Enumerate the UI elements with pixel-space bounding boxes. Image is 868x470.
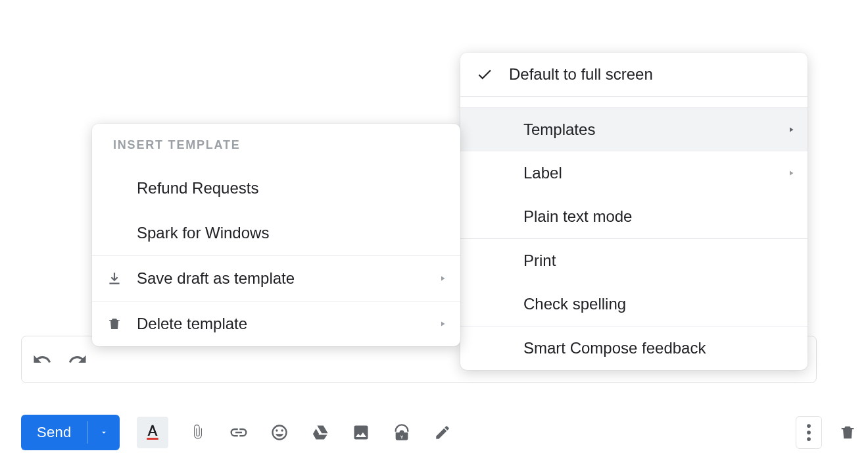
menu-label: Default to full screen bbox=[509, 65, 808, 84]
svg-point-4 bbox=[807, 437, 811, 441]
menu-label: Check spelling bbox=[460, 295, 808, 313]
trash-icon bbox=[838, 423, 857, 442]
compose-toolbar: Send bbox=[21, 412, 859, 453]
compose-toolbar-right bbox=[796, 416, 859, 449]
submenu-label: Save draft as template bbox=[137, 269, 425, 288]
menu-label: Label bbox=[460, 164, 775, 182]
compose-more-button[interactable] bbox=[796, 416, 822, 449]
trash-icon bbox=[92, 316, 137, 332]
svg-point-2 bbox=[807, 424, 811, 428]
check-icon bbox=[460, 66, 509, 83]
menu-plain-text[interactable]: Plain text mode bbox=[460, 195, 808, 238]
menu-print[interactable]: Print bbox=[460, 239, 808, 282]
svg-rect-0 bbox=[147, 438, 158, 440]
menu-label: Smart Compose feedback bbox=[460, 339, 808, 357]
text-format-icon[interactable] bbox=[137, 417, 168, 448]
pen-icon[interactable] bbox=[431, 421, 454, 444]
link-icon[interactable] bbox=[228, 421, 250, 444]
submenu-arrow-icon bbox=[425, 320, 460, 328]
menu-check-spelling[interactable]: Check spelling bbox=[460, 282, 808, 326]
more-vertical-icon bbox=[806, 423, 811, 442]
caret-down-icon bbox=[99, 428, 108, 437]
send-button[interactable]: Send bbox=[21, 415, 120, 450]
redo-icon[interactable] bbox=[66, 348, 89, 371]
template-label: Spark for Windows bbox=[92, 224, 460, 242]
undo-icon[interactable] bbox=[31, 348, 53, 371]
drive-icon[interactable] bbox=[309, 421, 331, 444]
send-label: Send bbox=[37, 424, 72, 441]
compose-more-menu: Default to full screen Templates Label P… bbox=[460, 53, 808, 370]
download-icon bbox=[92, 270, 137, 287]
menu-default-full-screen[interactable]: Default to full screen bbox=[460, 53, 808, 96]
template-item[interactable]: Spark for Windows bbox=[92, 211, 460, 255]
submenu-label: Delete template bbox=[137, 315, 425, 333]
attach-icon[interactable] bbox=[187, 421, 209, 444]
emoji-icon[interactable] bbox=[268, 421, 291, 444]
image-icon[interactable] bbox=[350, 421, 372, 444]
menu-label-item[interactable]: Label bbox=[460, 151, 808, 195]
menu-label: Plain text mode bbox=[460, 207, 808, 226]
submenu-arrow-icon bbox=[775, 126, 808, 134]
svg-point-3 bbox=[807, 431, 811, 434]
save-draft-as-template[interactable]: Save draft as template bbox=[92, 256, 460, 301]
compose-icon-row bbox=[137, 417, 454, 448]
template-item[interactable]: Refund Requests bbox=[92, 166, 460, 211]
discard-draft-button[interactable] bbox=[836, 421, 859, 444]
confidential-icon[interactable] bbox=[391, 421, 413, 444]
submenu-arrow-icon bbox=[775, 169, 808, 177]
menu-smart-compose-feedback[interactable]: Smart Compose feedback bbox=[460, 326, 808, 370]
menu-templates[interactable]: Templates bbox=[460, 108, 808, 151]
submenu-arrow-icon bbox=[425, 274, 460, 282]
submenu-header: INSERT TEMPLATE bbox=[92, 124, 460, 166]
menu-label: Print bbox=[460, 251, 808, 270]
send-main[interactable]: Send bbox=[21, 415, 87, 450]
delete-template[interactable]: Delete template bbox=[92, 301, 460, 346]
send-more-options[interactable] bbox=[88, 415, 120, 450]
templates-submenu: INSERT TEMPLATE Refund Requests Spark fo… bbox=[92, 124, 460, 346]
menu-label: Templates bbox=[460, 120, 775, 139]
template-label: Refund Requests bbox=[92, 179, 460, 197]
